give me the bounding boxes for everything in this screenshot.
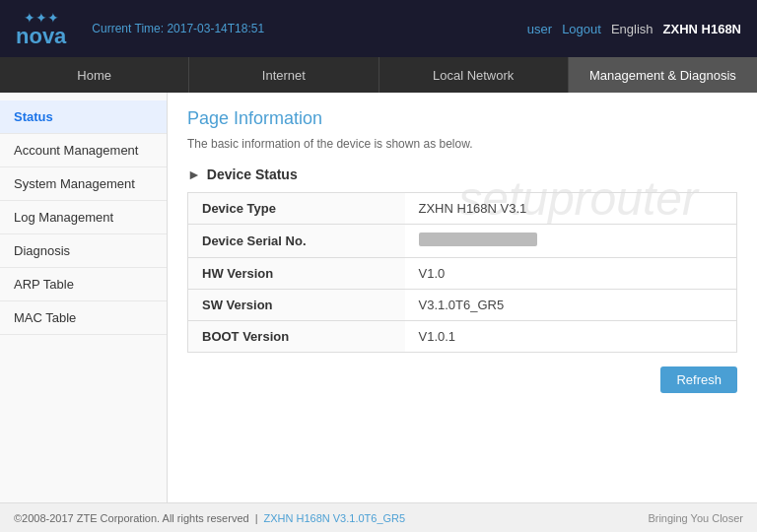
refresh-area: Refresh (187, 366, 737, 393)
table-row: SW VersionV3.1.0T6_GR5 (188, 290, 737, 321)
nav-internet[interactable]: Internet (189, 57, 378, 93)
table-row: Device Serial No. (188, 225, 737, 258)
row-label: Device Serial No. (188, 225, 405, 258)
row-label: SW Version (188, 290, 405, 321)
language-label: English (611, 22, 654, 36)
sidebar-item-log-management[interactable]: Log Management (0, 201, 167, 234)
sidebar-item-status[interactable]: Status (0, 100, 167, 134)
copyright-text: ©2008-2017 ZTE Corporation. All rights r… (14, 512, 249, 524)
logout-link[interactable]: Logout (562, 22, 601, 36)
refresh-button[interactable]: Refresh (660, 366, 737, 393)
logo-area: ✦✦✦ nova (16, 10, 66, 47)
table-row: Device TypeZXHN H168N V3.1 (188, 193, 737, 225)
sidebar-item-diagnosis[interactable]: Diagnosis (0, 234, 167, 268)
content-area: Status Account Management System Managem… (0, 93, 757, 502)
row-label: BOOT Version (188, 321, 405, 353)
page-description: The basic information of the device is s… (187, 137, 737, 151)
footer: ©2008-2017 ZTE Corporation. All rights r… (0, 502, 757, 532)
logo-text: nova (16, 26, 66, 47)
row-value: V3.1.0T6_GR5 (405, 290, 737, 321)
header: ✦✦✦ nova Current Time: 2017-03-14T18:51 … (0, 0, 757, 57)
table-row: HW VersionV1.0 (188, 258, 737, 290)
sidebar-item-system-management[interactable]: System Management (0, 167, 167, 201)
main-content: setuprouter Page Information The basic i… (168, 93, 757, 502)
header-right: user Logout English ZXHN H168N (527, 22, 741, 36)
row-value: ZXHN H168N V3.1 (405, 193, 737, 225)
row-label: HW Version (188, 258, 405, 290)
row-value (405, 225, 737, 258)
nav-local-network[interactable]: Local Network (379, 57, 569, 93)
current-time-value: 2017-03-14T18:51 (167, 22, 264, 35)
current-time: Current Time: 2017-03-14T18:51 (92, 22, 511, 35)
section-title: Device Status (207, 166, 298, 182)
nav-home[interactable]: Home (0, 57, 189, 93)
footer-divider: | (255, 512, 258, 524)
sidebar-item-arp-table[interactable]: ARP Table (0, 268, 167, 301)
version-link[interactable]: ZXHN H168N V3.1.0T6_GR5 (263, 512, 405, 524)
current-time-label: Current Time: (92, 22, 164, 35)
device-status-table: Device TypeZXHN H168N V3.1Device Serial … (187, 192, 737, 353)
user-link[interactable]: user (527, 22, 552, 36)
table-row: BOOT VersionV1.0.1 (188, 321, 737, 353)
device-name-label: ZXHN H168N (663, 22, 741, 36)
sidebar-item-account-management[interactable]: Account Management (0, 134, 167, 167)
sidebar-item-mac-table[interactable]: MAC Table (0, 301, 167, 335)
nav-bar: Home Internet Local Network Management &… (0, 57, 757, 93)
section-header: ► Device Status (187, 166, 737, 182)
section-arrow: ► (187, 166, 201, 182)
row-label: Device Type (188, 193, 405, 225)
page-title: Page Information (187, 108, 737, 129)
sidebar: Status Account Management System Managem… (0, 93, 168, 502)
footer-slogan: Bringing You Closer (648, 512, 743, 524)
nav-management[interactable]: Management & Diagnosis (569, 57, 757, 93)
blurred-value (419, 233, 537, 246)
row-value: V1.0.1 (405, 321, 737, 353)
row-value: V1.0 (405, 258, 737, 290)
